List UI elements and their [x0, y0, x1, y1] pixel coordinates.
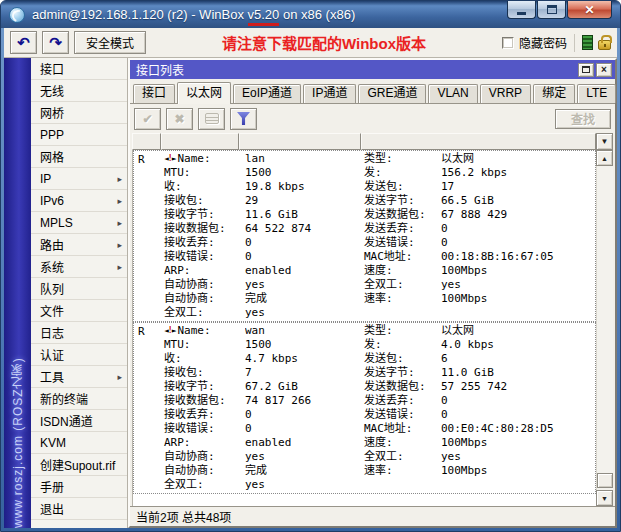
tab-ip-tunnel[interactable]: IP通道 — [303, 84, 356, 103]
field: 自动协商:完成 — [161, 464, 361, 478]
tab-vlan[interactable]: VLAN — [428, 84, 477, 103]
field-value: 4.0 kbps — [441, 338, 595, 352]
field: 发送数据包:67 888 429 — [361, 208, 595, 222]
maximize-button[interactable] — [537, 1, 566, 19]
submenu-arrow-icon: ▸ — [117, 262, 122, 272]
field: 接收丢弃:0 — [161, 236, 361, 250]
field-label: 自动协商: — [161, 292, 245, 306]
field-label: ARP: — [161, 264, 245, 278]
sidebar-item-tools[interactable]: 工具▸ — [31, 366, 127, 388]
interface-grid: R◄!►Name:lanMTU:1500收:19.8 kbps接收包:29接收字… — [132, 133, 613, 506]
field: 接收字节:11.6 GiB — [161, 208, 361, 222]
tab-eoip-tunnel[interactable]: EoIP通道 — [233, 84, 301, 103]
sidebar-item-isdn-channels[interactable]: ISDN通道 — [31, 410, 127, 432]
sidebar-item-files[interactable]: 文件 — [31, 300, 127, 322]
field-label: 发送数据包: — [361, 380, 441, 394]
sidebar-item-ipv6[interactable]: IPv6▸ — [31, 190, 127, 212]
sidebar-item-label: 队列 — [40, 280, 64, 297]
tab-bonding[interactable]: 绑定 — [533, 84, 575, 103]
grid-header-cell[interactable] — [132, 133, 161, 150]
scroll-down-button[interactable]: ▼ — [596, 490, 613, 506]
sidebar-item-queues[interactable]: 队列 — [31, 278, 127, 300]
interface-row-wan[interactable]: R◄!►Name:wanMTU:1500收:4.7 kbps接收包:7接收字节:… — [133, 322, 596, 494]
sidebar-item-kvm[interactable]: KVM — [31, 432, 127, 454]
panel-restore-button[interactable] — [578, 63, 594, 77]
sidebar-item-log[interactable]: 日志 — [31, 322, 127, 344]
tab-interface[interactable]: 接口 — [133, 84, 175, 103]
filter-button[interactable] — [230, 108, 257, 130]
grid-header-cell[interactable] — [239, 133, 361, 150]
field: 速度:100Mbps — [361, 436, 595, 450]
column-select-button[interactable]: ▼ — [596, 133, 613, 150]
field-value: 57 255 742 — [441, 380, 595, 394]
field: 发送字节:11.0 GiB — [361, 366, 595, 380]
tab-gre-tunnel[interactable]: GRE通道 — [358, 84, 426, 103]
sidebar-item-routing[interactable]: 路由▸ — [31, 234, 127, 256]
field-label: 速率: — [361, 464, 441, 478]
scrollbar-thumb[interactable] — [597, 473, 613, 488]
tab-lte[interactable]: LTE — [577, 84, 616, 103]
grid-header — [132, 133, 596, 150]
field: MTU:1500 — [161, 166, 361, 180]
app-toolbar: ↶ ↷ 安全模式 请注意下载匹配的Winbox版本 隐藏密码 — [4, 28, 617, 58]
grid-header-cell[interactable] — [161, 133, 239, 150]
field-value: 67 888 429 — [441, 208, 595, 222]
field-value: 0 — [441, 408, 595, 422]
panel-close-button[interactable]: × — [596, 63, 612, 77]
field: ARP:enabled — [161, 436, 361, 450]
sidebar-item-system[interactable]: 系统▸ — [31, 256, 127, 278]
row-right-pane: 类型:以太网发:4.0 kbps发送包:6发送字节:11.0 GiB发送数据包:… — [361, 324, 595, 492]
sidebar-item-mesh[interactable]: 网格 — [31, 146, 127, 168]
close-button[interactable]: ✕ — [567, 1, 612, 19]
hide-password-checkbox[interactable] — [502, 37, 514, 49]
sidebar-item-ppp[interactable]: PPP — [31, 124, 127, 146]
sidebar-item-manual[interactable]: 手册 — [31, 476, 127, 498]
window-titlebar: admin@192.168.1.120 (r2) - WinBox v5.20 … — [1, 1, 620, 28]
grid-header-cell[interactable] — [361, 133, 596, 150]
sidebar-item-wireless[interactable]: 无线 — [31, 80, 127, 102]
field-label: 接收错误: — [161, 422, 245, 436]
field-label: 发送错误: — [361, 236, 441, 250]
comment-button[interactable] — [198, 108, 225, 130]
tab-vrrp[interactable]: VRRP — [480, 84, 531, 103]
redo-button[interactable]: ↷ — [42, 31, 69, 54]
undo-button[interactable]: ↶ — [10, 31, 37, 54]
field-value: yes — [441, 278, 595, 292]
sidebar-item-label: 路由 — [40, 236, 64, 253]
interface-row-lan[interactable]: R◄!►Name:lanMTU:1500收:19.8 kbps接收包:29接收字… — [133, 150, 596, 322]
restore-icon — [582, 66, 590, 73]
field-label: MAC地址: — [361, 422, 441, 436]
scrollbar-track[interactable] — [596, 166, 613, 490]
panel-close-icon: × — [601, 65, 607, 75]
field-value: 11.0 GiB — [441, 366, 595, 380]
field-value: 0 — [441, 394, 595, 408]
field-value: lan — [245, 152, 361, 166]
find-button[interactable]: 查找 — [555, 109, 611, 129]
sidebar-item-bridge[interactable]: 网桥 — [31, 102, 127, 124]
tab-ethernet[interactable]: 以太网 — [177, 82, 231, 104]
field-label: 接收字节: — [161, 380, 245, 394]
minimize-button[interactable] — [507, 1, 536, 19]
field-label: 全双工: — [361, 278, 441, 292]
field-value: 完成 — [245, 464, 361, 478]
field: 发送字节:66.5 GiB — [361, 194, 595, 208]
field-value: 以太网 — [441, 152, 595, 166]
field: 接收包:7 — [161, 366, 361, 380]
sidebar-item-label: 系统 — [40, 258, 64, 275]
sidebar-item-new-terminal[interactable]: 新的终端 — [31, 388, 127, 410]
scroll-up-button[interactable]: ▲ — [596, 150, 613, 166]
field-label: 自动协商: — [161, 464, 245, 478]
disable-button[interactable]: ✖ — [166, 108, 193, 130]
sidebar-item-mpls[interactable]: MPLS▸ — [31, 212, 127, 234]
sidebar-item-make-supout[interactable]: 创建Supout.rif — [31, 454, 127, 476]
safe-mode-button[interactable]: 安全模式 — [74, 31, 146, 54]
window-title-prefix: admin@192.168.1.120 (r2) - WinBox — [32, 7, 248, 22]
sidebar-item-radius[interactable]: 认证 — [31, 344, 127, 366]
field-value: 156.2 kbps — [441, 166, 595, 180]
sidebar-item-interfaces[interactable]: 接口 — [31, 58, 127, 80]
sidebar-item-exit[interactable]: 退出 — [31, 498, 127, 520]
field-value: 0 — [245, 250, 361, 264]
sidebar-item-ip[interactable]: IP▸ — [31, 168, 127, 190]
enable-button[interactable]: ✔ — [134, 108, 161, 130]
field-label: 发送错误: — [361, 408, 441, 422]
